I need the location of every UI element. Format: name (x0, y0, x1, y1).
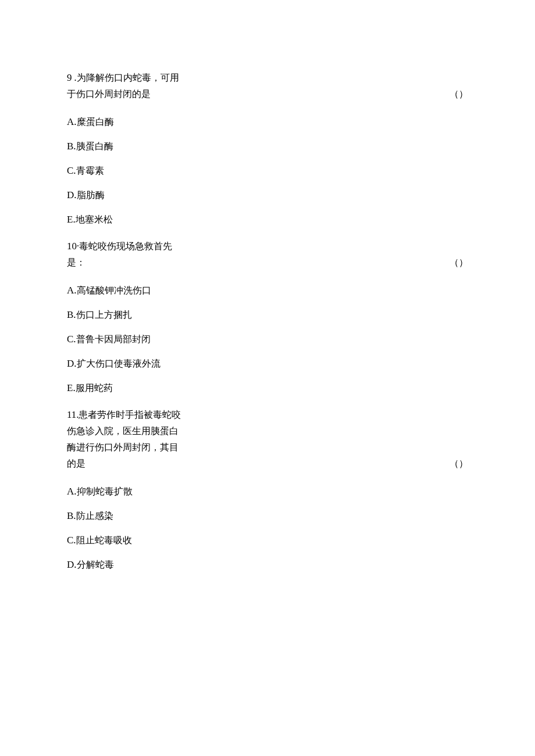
question-text: 患者劳作时手指被毒蛇咬伤急诊入院，医生用胰蛋白酶进行伤口外周封闭，其目的是 (67, 410, 181, 468)
option-text: 糜蛋白酶 (77, 117, 114, 127)
question-text: 毒蛇咬伤现场急救首先是： (67, 241, 172, 267)
option-text: 抑制蛇毒扩散 (77, 486, 133, 496)
question-block: 9 .为降解伤口内蛇毒，可用于伤口外周封闭的是 （） A.糜蛋白酶 B.胰蛋白酶… (67, 70, 468, 228)
question-number: 9 (67, 72, 72, 83)
option-text: 服用蛇药 (76, 383, 113, 393)
option-label: D. (67, 189, 77, 200)
option-label: E. (67, 214, 76, 225)
option: D.分解蛇毒 (67, 557, 189, 573)
question-stem: 10·毒蛇咬伤现场急救首先是： (67, 238, 183, 271)
option-label: C. (67, 165, 76, 176)
question-stem-row: 11.患者劳作时手指被毒蛇咬伤急诊入院，医生用胰蛋白酶进行伤口外周封闭，其目的是… (67, 407, 468, 472)
option-text: 高锰酸钾冲洗伤口 (77, 285, 151, 295)
question-block: 10·毒蛇咬伤现场急救首先是： （） A.高锰酸钾冲洗伤口 B.伤口上方捆扎 C… (67, 238, 468, 396)
option-text: 分解蛇毒 (77, 560, 114, 569)
option-text: 地塞米松 (76, 214, 113, 224)
question-stem: 9 .为降解伤口内蛇毒，可用于伤口外周封闭的是 (67, 70, 183, 102)
option-label: D. (67, 559, 77, 570)
option: B.伤口上方捆扎 (67, 307, 189, 323)
option-text: 伤口上方捆扎 (76, 310, 132, 320)
option: E.服用蛇药 (67, 380, 189, 396)
option-text: 脂肪酶 (77, 190, 105, 200)
option-label: A. (67, 486, 77, 497)
option-text: 胰蛋白酶 (76, 141, 113, 151)
question-stem-row: 9 .为降解伤口内蛇毒，可用于伤口外周封闭的是 （） (67, 70, 468, 102)
option: A.高锰酸钾冲洗伤口 (67, 282, 189, 299)
answer-blank: （） (450, 86, 468, 102)
option-text: 普鲁卡因局部封闭 (76, 334, 151, 344)
question-number: 11 (67, 409, 76, 420)
option-label: E. (67, 382, 76, 393)
option-text: 防止感染 (76, 511, 113, 521)
option: B.胰蛋白酶 (67, 138, 189, 155)
question-text: 为降解伤口内蛇毒，可用于伤口外周封闭的是 (67, 73, 179, 99)
option-label: B. (67, 309, 76, 320)
option-text: 青霉素 (76, 166, 104, 175)
option: E.地塞米松 (67, 212, 189, 228)
answer-blank: （） (450, 456, 468, 472)
option: C.青霉素 (67, 163, 189, 179)
option-label: C. (67, 535, 76, 546)
question-block: 11.患者劳作时手指被毒蛇咬伤急诊入院，医生用胰蛋白酶进行伤口外周封闭，其目的是… (67, 407, 468, 573)
question-stem-row: 10·毒蛇咬伤现场急救首先是： （） (67, 238, 468, 271)
option-text: 阻止蛇毒吸收 (76, 535, 132, 545)
question-stem: 11.患者劳作时手指被毒蛇咬伤急诊入院，医生用胰蛋白酶进行伤口外周封闭，其目的是 (67, 407, 183, 472)
option-label: A. (67, 116, 77, 127)
option-text: 扩大伤口使毒液外流 (77, 359, 160, 368)
question-separator: . (72, 73, 77, 83)
question-number: 10 (67, 241, 77, 252)
option-label: B. (67, 510, 76, 521)
option: B.防止感染 (67, 508, 189, 524)
option-label: A. (67, 285, 77, 296)
option-label: D. (67, 358, 77, 369)
option: C.普鲁卡因局部封闭 (67, 331, 189, 347)
document-page: 9 .为降解伤口内蛇毒，可用于伤口外周封闭的是 （） A.糜蛋白酶 B.胰蛋白酶… (0, 0, 535, 573)
answer-blank: （） (450, 255, 468, 271)
option: D.扩大伤口使毒液外流 (67, 356, 189, 372)
option-label: C. (67, 334, 76, 345)
option-label: B. (67, 141, 76, 152)
option: A.糜蛋白酶 (67, 114, 189, 130)
option: C.阻止蛇毒吸收 (67, 532, 189, 549)
option: D.脂肪酶 (67, 187, 189, 203)
option: A.抑制蛇毒扩散 (67, 483, 189, 500)
